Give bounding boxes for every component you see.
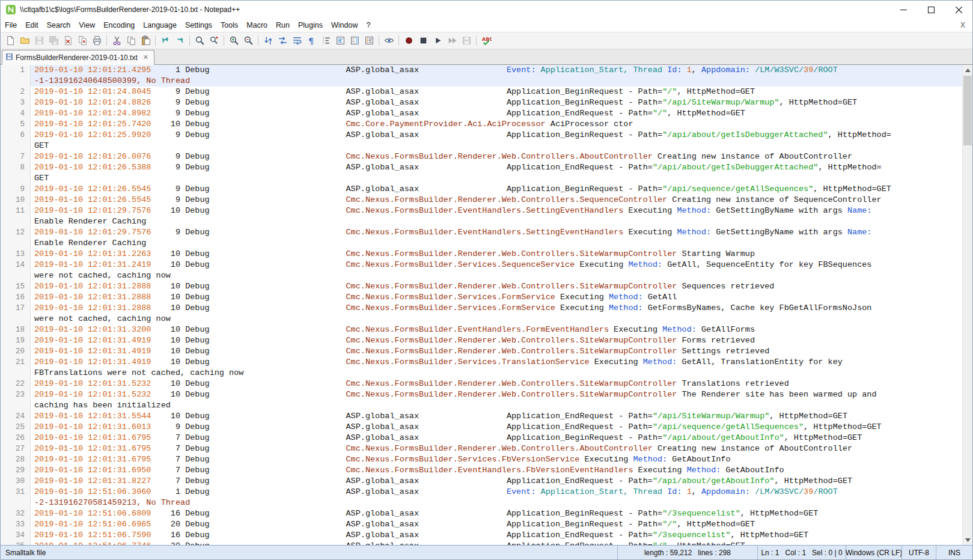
close-button[interactable] (945, 1, 972, 19)
line-number[interactable]: 13 (1, 249, 31, 260)
paste-button[interactable] (138, 34, 153, 48)
close-file-button[interactable] (61, 34, 75, 48)
line-text[interactable]: Enable Renderer Caching (31, 216, 962, 227)
line-text[interactable]: 2019-01-10 12:01:24.8045 9 Debug ASP.glo… (31, 87, 962, 97)
cut-button[interactable] (109, 34, 124, 48)
line-number[interactable]: 24 (1, 411, 31, 422)
line-number[interactable]: 18 (1, 324, 31, 335)
line-number[interactable]: 8 (1, 162, 31, 173)
line-text[interactable]: 2019-01-10 12:01:31.2888 10 Debug Cmc.Ne… (31, 292, 962, 303)
line-text[interactable]: 2019-01-10 12:01:26.5545 9 Debug Cmc.Nex… (31, 195, 962, 205)
minimize-button[interactable] (889, 1, 917, 19)
line-number[interactable]: 14 (1, 260, 31, 270)
stop-recording-button[interactable] (416, 34, 430, 48)
scroll-up-button[interactable] (963, 65, 972, 75)
line-number[interactable] (1, 270, 31, 281)
menu-file[interactable]: File (1, 20, 21, 31)
line-text[interactable]: 2019-01-10 12:01:31.4919 10 Debug Cmc.Ne… (31, 357, 962, 368)
line-text[interactable]: 2019-01-10 12:51:06.7746 20 Debug ASP.gl… (31, 541, 962, 545)
monitoring-button[interactable] (382, 34, 396, 48)
line-number[interactable]: 32 (1, 508, 31, 519)
line-text[interactable]: 2019-01-10 12:01:31.2888 10 Debug Cmc.Ne… (31, 303, 962, 314)
play-macro-button[interactable] (430, 34, 445, 48)
menu-encoding[interactable]: Encoding (99, 20, 139, 31)
maximize-button[interactable] (917, 1, 945, 19)
line-number[interactable]: 23 (1, 389, 31, 400)
line-text[interactable]: caching has been initialized (31, 400, 962, 411)
vertical-scrollbar[interactable] (962, 65, 972, 545)
sync-vertical-button[interactable] (261, 34, 275, 48)
line-text[interactable]: 2019-01-10 12:01:26.5388 9 Debug ASP.glo… (31, 162, 962, 173)
line-text[interactable]: 2019-01-10 12:01:31.2419 10 Debug Cmc.Ne… (31, 260, 962, 270)
zoom-in-button[interactable] (227, 34, 241, 48)
line-text[interactable]: 2019-01-10 12:01:31.6795 7 Debug Cmc.Nex… (31, 443, 962, 454)
line-text[interactable]: 2019-01-10 12:01:31.6795 7 Debug ASP.glo… (31, 433, 962, 443)
line-text[interactable]: 2019-01-10 12:51:06.6965 20 Debug ASP.gl… (31, 519, 962, 530)
line-number[interactable]: 26 (1, 433, 31, 443)
save-macro-button[interactable] (459, 34, 474, 48)
scroll-down-button[interactable] (963, 535, 972, 545)
line-number[interactable]: 9 (1, 184, 31, 195)
line-number[interactable]: 10 (1, 195, 31, 205)
line-number[interactable] (1, 141, 31, 151)
save-all-button[interactable] (46, 34, 61, 48)
editor[interactable]: 12019-01-10 12:01:21.4295 1 Debug ASP.gl… (1, 65, 972, 545)
line-number[interactable] (1, 76, 31, 87)
line-text[interactable]: 2019-01-10 12:01:26.5545 9 Debug ASP.glo… (31, 184, 962, 195)
line-text[interactable]: 2019-01-10 12:01:31.6950 7 Debug Cmc.Nex… (31, 465, 962, 476)
line-text[interactable]: 2019-01-10 12:01:31.2888 10 Debug Cmc.Ne… (31, 281, 962, 292)
replace-button[interactable] (207, 34, 221, 48)
line-number[interactable]: 2 (1, 87, 31, 97)
line-text[interactable]: FBTranslations were not cached, caching … (31, 368, 962, 379)
line-number[interactable]: 33 (1, 519, 31, 530)
line-text[interactable]: GET (31, 173, 962, 184)
line-number[interactable]: 11 (1, 205, 31, 216)
line-number[interactable]: 35 (1, 541, 31, 545)
menu-settings[interactable]: Settings (181, 20, 216, 31)
line-text[interactable]: -2-131916270581459213, No Thread (31, 498, 962, 508)
line-number[interactable]: 29 (1, 465, 31, 476)
line-text[interactable]: Enable Renderer Caching (31, 238, 962, 249)
line-text[interactable]: -1-131916240648500399, No Thread (31, 76, 962, 87)
line-text[interactable]: 2019-01-10 12:01:29.7576 9 Debug Cmc.Nex… (31, 227, 962, 238)
line-number[interactable]: 7 (1, 151, 31, 162)
line-text[interactable]: 2019-01-10 12:01:31.8227 7 Debug ASP.glo… (31, 476, 962, 487)
zoom-out-button[interactable] (241, 34, 255, 48)
print-button[interactable] (90, 34, 104, 48)
line-number[interactable]: 27 (1, 443, 31, 454)
line-text[interactable]: were not cached, caching now (31, 270, 962, 281)
line-number[interactable]: 6 (1, 130, 31, 141)
line-text[interactable]: 2019-01-10 12:01:31.6795 7 Debug Cmc.Nex… (31, 454, 962, 465)
line-number[interactable] (1, 498, 31, 508)
line-text[interactable]: 2019-01-10 12:01:21.4295 1 Debug ASP.glo… (31, 65, 962, 76)
menu-window[interactable]: Window (327, 20, 362, 31)
tab-close-icon[interactable]: ✕ (141, 53, 150, 62)
menu-edit[interactable]: Edit (21, 20, 43, 31)
menu-search[interactable]: Search (43, 20, 75, 31)
line-text[interactable]: 2019-01-10 12:01:24.8826 9 Debug ASP.glo… (31, 97, 962, 108)
menu-language[interactable]: Language (139, 20, 181, 31)
menu-run[interactable]: Run (272, 20, 294, 31)
line-text[interactable]: 2019-01-10 12:51:06.3060 1 Debug ASP.glo… (31, 487, 962, 498)
line-number[interactable]: 12 (1, 227, 31, 238)
menu-macro[interactable]: Macro (242, 20, 272, 31)
redo-button[interactable] (172, 34, 187, 48)
line-number[interactable]: 17 (1, 303, 31, 314)
undo-button[interactable] (158, 34, 172, 48)
menu-plugins[interactable]: Plugins (294, 20, 327, 31)
close-all-button[interactable] (75, 34, 90, 48)
line-text[interactable]: 2019-01-10 12:01:29.7576 10 Debug Cmc.Ne… (31, 205, 962, 216)
line-number[interactable] (1, 314, 31, 324)
line-text[interactable]: 2019-01-10 12:01:31.5232 10 Debug Cmc.Ne… (31, 379, 962, 389)
line-number[interactable]: 15 (1, 281, 31, 292)
line-number[interactable]: 22 (1, 379, 31, 389)
menu-help[interactable]: ? (362, 20, 374, 31)
line-number[interactable]: 28 (1, 454, 31, 465)
menubar-close-icon[interactable]: X (957, 21, 969, 29)
line-text[interactable]: 2019-01-10 12:01:25.9920 9 Debug ASP.glo… (31, 130, 962, 141)
line-number[interactable]: 4 (1, 108, 31, 119)
function-list-button[interactable] (333, 34, 347, 48)
copy-button[interactable] (124, 34, 138, 48)
line-text[interactable]: 2019-01-10 12:01:25.7420 10 Debug Cmc.Co… (31, 119, 962, 130)
line-text[interactable]: 2019-01-10 12:01:31.4919 10 Debug Cmc.Ne… (31, 335, 962, 346)
